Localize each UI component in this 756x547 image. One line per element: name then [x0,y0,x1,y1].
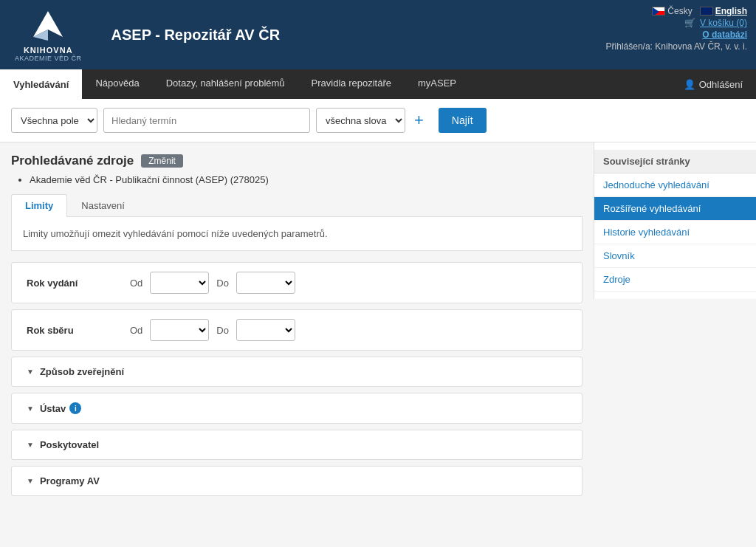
rok-sberu-do-select[interactable] [236,319,295,341]
user-row: Přihlášen/a: Knihovna AV ČR, v. v. i. [606,41,747,52]
section-zpusob[interactable]: ▼ Způsob zveřejnění [11,357,583,387]
lang-en-link[interactable]: English [700,6,747,16]
sidebar-item-jednoduche[interactable]: Jednoduché vyhledávání [594,173,756,197]
filter-rok-sberu: Rok sběru Od Do [11,309,583,351]
tab-limity[interactable]: Limity [11,194,67,217]
section-poskytovatel-label: ▼ Poskytovatel [27,439,567,450]
user-icon: 👤 [684,79,695,90]
tab-content: Limity umožňují omezit vyhledávání pomoc… [11,217,583,251]
sources-title: Prohledávané zdroje [11,154,134,168]
nav-item-dotazy[interactable]: Dotazy, nahlášení problémů [153,69,298,99]
nav-logout[interactable]: 👤 Odhlášení [670,69,756,99]
flag-cz-icon [652,7,665,16]
rok-sberu-od-select[interactable] [150,319,209,341]
section-ustav-label: ▼ Ústav i [27,402,567,414]
arrow-icon-programy: ▼ [27,477,34,485]
content-area: Prohledávané zdroje Změnit Akademie věd … [0,142,594,513]
section-ustav[interactable]: ▼ Ústav i [11,393,583,424]
filter-rok-sberu-controls: Od Do [130,319,567,341]
db-row: O databázi [702,30,747,40]
db-link[interactable]: O databázi [702,30,747,40]
cart-icon: 🛒 [684,18,695,28]
arrow-icon-zpusob: ▼ [27,368,34,376]
logo-label: KNIHOVNA [24,46,73,55]
language-row: Česky English [652,6,747,16]
sidebar-item-historie[interactable]: Historie vyhledávání [594,221,756,244]
field-select[interactable]: Všechna pole [11,108,97,133]
flag-en-icon [700,7,713,16]
from-label-vydani: Od [130,278,142,289]
top-bar: KNIHOVNA AKADEMIE VĚD ČR ASEP - Repozitá… [0,0,756,69]
limit-description: Limity umožňují omezit vyhledávání pomoc… [23,228,571,239]
logo-area: KNIHOVNA AKADEMIE VĚD ČR [0,0,97,69]
arrow-icon-poskytovatel: ▼ [27,441,34,449]
top-right: Česky English 🛒 V košíku (0) O databázi … [597,0,756,58]
sources-header: Prohledávané zdroje Změnit [11,154,583,168]
filter-rok-vydani-controls: Od Do [130,272,567,294]
main-layout: Prohledávané zdroje Změnit Akademie věd … [0,142,756,513]
info-icon-ustav[interactable]: i [69,402,81,414]
tabs: Limity Nastavení [11,194,583,217]
filter-rok-vydani: Rok vydání Od Do [11,262,583,303]
rok-vydani-od-select[interactable] [150,272,209,294]
logo-sublabel: AKADEMIE VĚD ČR [15,55,82,62]
section-programy-label: ▼ Programy AV [27,475,567,486]
to-label-sberu: Do [216,325,229,336]
filter-rok-sberu-label: Rok sběru [27,325,130,336]
site-title: ASEP - Repozitář AV ČR [111,27,281,44]
mode-select[interactable]: všechna slova [316,108,405,133]
cart-link[interactable]: V košíku (0) [700,18,747,28]
sidebar: Související stránky Jednoduché vyhledává… [594,142,756,299]
logo-icon [26,7,70,44]
cart-row: 🛒 V košíku (0) [684,18,747,28]
section-poskytovatel[interactable]: ▼ Poskytovatel [11,430,583,460]
nav-item-vyhledavani[interactable]: Vyhledávání [0,69,82,99]
section-programy[interactable]: ▼ Programy AV [11,466,583,496]
lang-cz-link[interactable]: Česky [652,6,692,16]
nav-item-myasep[interactable]: myASEP [405,69,470,99]
rok-vydani-do-select[interactable] [236,272,295,294]
sidebar-item-slovnik[interactable]: Slovník [594,244,756,268]
sidebar-header: Související stránky [594,150,756,173]
search-input[interactable] [103,108,310,133]
sidebar-item-zdroje[interactable]: Zdroje [594,268,756,292]
nav-item-pravidla[interactable]: Pravidla repozitáře [298,69,405,99]
add-field-button[interactable]: + [411,112,427,128]
sidebar-item-rozsirene[interactable]: Rozšířené vyhledávání [594,197,756,221]
section-zpusob-label: ▼ Způsob zveřejnění [27,366,567,377]
search-button[interactable]: Najít [439,108,487,133]
source-item: Akademie věd ČR - Publikační činnost (AS… [30,174,583,185]
nav-spacer [470,69,670,99]
nav-bar: Vyhledávání Nápověda Dotazy, nahlášení p… [0,69,756,99]
from-label-sberu: Od [130,325,142,336]
nav-item-napoveda[interactable]: Nápověda [82,69,152,99]
to-label-vydani: Do [216,278,229,289]
search-bar: Všechna pole všechna slova + Najít [0,99,756,142]
sources-list: Akademie věd ČR - Publikační činnost (AS… [11,174,583,185]
arrow-icon-ustav: ▼ [27,405,34,413]
tab-nastaveni[interactable]: Nastavení [67,194,139,216]
filter-rok-vydani-label: Rok vydání [27,278,130,289]
change-sources-button[interactable]: Změnit [141,154,183,168]
